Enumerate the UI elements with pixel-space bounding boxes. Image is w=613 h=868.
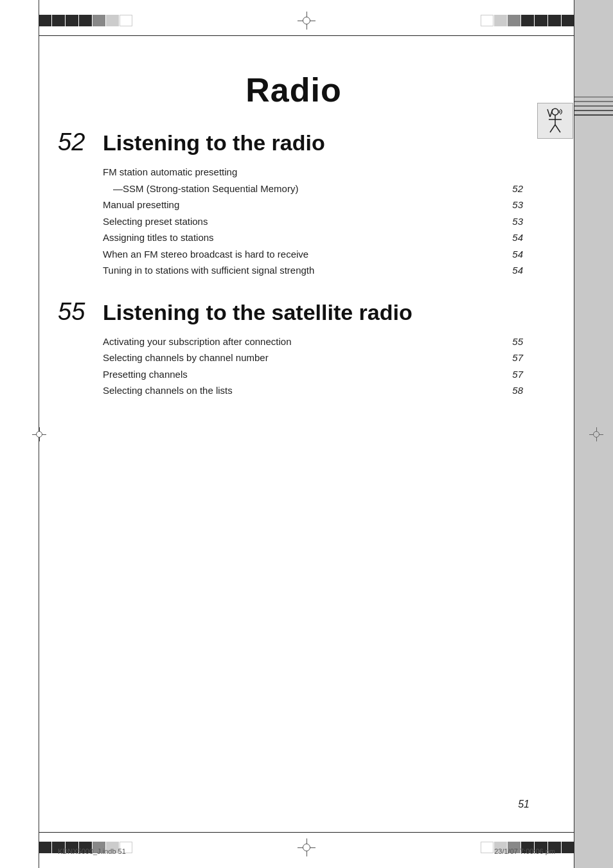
sidebar-radio-icon (544, 105, 567, 136)
toc-entry-ssm: —SSM (Strong-station Sequential Memory) … (103, 181, 529, 197)
main-content: Radio 52 Listening to the radio FM stati… (58, 51, 529, 817)
left-mid-crosshair (32, 427, 46, 441)
toc-entry-fm-stereo-text: When an FM stereo broadcast is hard to r… (103, 246, 507, 263)
top-reg-marks (39, 12, 574, 30)
toc-entry-tuning-page: 54 (507, 262, 523, 279)
svg-line-6 (555, 125, 560, 132)
svg-point-2 (552, 109, 558, 115)
footer-right: 23/1/07 7:00:06 pm (494, 847, 555, 855)
sidebar-lines (574, 96, 613, 119)
section-1-toc: FM station automatic presetting —SSM (St… (103, 164, 529, 279)
section-2-number: 55 (58, 298, 90, 326)
toc-entry-tuning: Tuning in to stations with sufficient si… (103, 262, 529, 279)
toc-entry-tuning-text: Tuning in to stations with sufficient si… (103, 262, 507, 279)
toc-entry-presetting-text: Presetting channels (103, 366, 507, 383)
toc-entry-manual-text: Manual presetting (103, 197, 507, 213)
toc-entry-assigning-page: 54 (507, 229, 523, 246)
toc-entry-channels-lists: Selecting channels on the lists 58 (103, 382, 529, 399)
toc-entry-assigning: Assigning titles to stations 54 (103, 229, 529, 246)
toc-entry-activating: Activating your subscription after conne… (103, 333, 529, 350)
toc-entry-channels-lists-page: 58 (507, 382, 523, 399)
toc-entry-fm-station-text: FM station automatic presetting (103, 164, 507, 181)
svg-line-0 (547, 109, 550, 117)
page-number: 51 (518, 799, 529, 810)
right-mid-crosshair (589, 427, 603, 441)
toc-entry-fm-stereo-page: 54 (507, 246, 523, 263)
toc-entry-presetting-page: 57 (507, 366, 523, 383)
toc-entry-channels-number-page: 57 (507, 350, 523, 366)
top-rule-line (39, 35, 574, 36)
toc-entry-fm-station: FM station automatic presetting (103, 164, 529, 181)
footer-left: KDNX5000_J.indb 51 (58, 847, 126, 855)
toc-entry-ssm-text: —SSM (Strong-station Sequential Memory) (103, 181, 507, 197)
toc-entry-selecting: Selecting preset stations 53 (103, 213, 529, 230)
toc-entry-activating-text: Activating your subscription after conne… (103, 333, 507, 350)
page-title: Radio (58, 71, 529, 109)
toc-entry-channels-number: Selecting channels by channel number 57 (103, 350, 529, 366)
bottom-rule-line (39, 832, 574, 833)
toc-entry-presetting: Presetting channels 57 (103, 366, 529, 383)
top-center-crosshair (298, 12, 315, 30)
section-1-heading: 52 Listening to the radio (58, 128, 529, 156)
section-2-title: Listening to the satellite radio (103, 300, 413, 325)
toc-entry-manual-page: 53 (507, 197, 523, 213)
page-container: Radio 52 Listening to the radio FM stati… (0, 0, 613, 868)
svg-line-5 (550, 125, 555, 132)
toc-entry-selecting-text: Selecting preset stations (103, 213, 507, 230)
toc-entry-channels-number-text: Selecting channels by channel number (103, 350, 507, 366)
toc-entry-manual: Manual presetting 53 (103, 197, 529, 213)
section-2-heading: 55 Listening to the satellite radio (58, 298, 529, 326)
toc-entry-channels-lists-text: Selecting channels on the lists (103, 382, 507, 399)
toc-entry-selecting-page: 53 (507, 213, 523, 230)
bottom-center-crosshair (298, 838, 315, 856)
section-1-title: Listening to the radio (103, 130, 325, 155)
section-2-toc: Activating your subscription after conne… (103, 333, 529, 399)
sidebar-icon-box (537, 103, 573, 139)
toc-entry-ssm-page: 52 (507, 181, 523, 197)
toc-entry-fm-stereo: When an FM stereo broadcast is hard to r… (103, 246, 529, 263)
section-1-number: 52 (58, 128, 90, 156)
toc-entry-assigning-text: Assigning titles to stations (103, 229, 507, 246)
toc-entry-activating-page: 55 (507, 333, 523, 350)
right-marks-group (481, 15, 574, 26)
left-marks-group (39, 15, 132, 26)
